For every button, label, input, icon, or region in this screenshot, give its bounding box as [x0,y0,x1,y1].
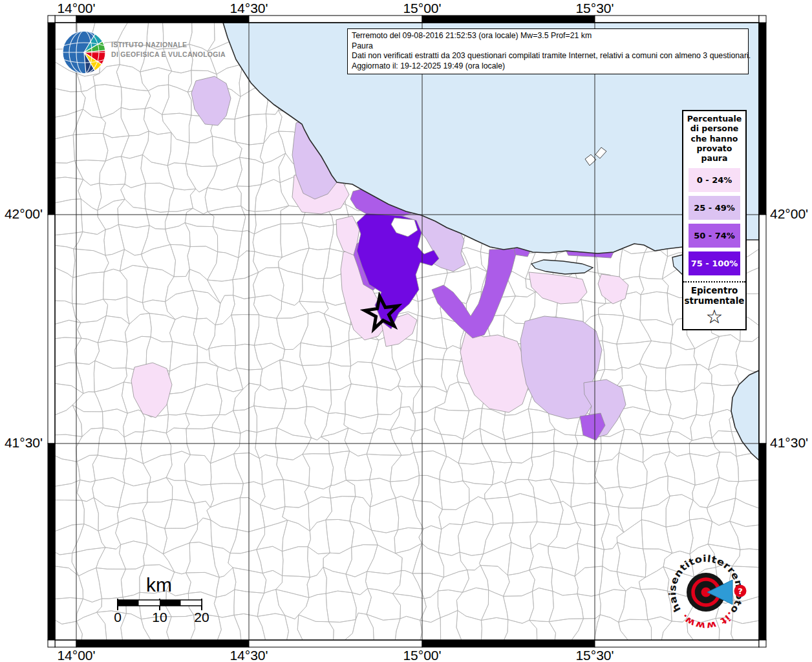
axis-top-15-30: 15°30' [556,1,634,16]
megaphone-target-icon [687,573,732,612]
info-line-type: Paura [352,41,745,52]
ingv-globe-logo [61,30,108,75]
legend-swatch-50-74: 50 - 74% [689,224,740,248]
ingv-globe-icon [63,31,105,74]
axis-bottom-14-30: 14°30' [210,648,288,662]
axis-left-42-00: 42°00' [0,206,43,222]
info-line-updated: Aggiornato il: 19-12-2025 19:49 (ora loc… [352,61,745,72]
axis-bottom-15-30: 15°30' [556,648,634,662]
axis-top-14-30: 14°30' [210,1,288,16]
svg-text:?: ? [738,586,743,596]
epicenter-star-icon: ☆ [683,306,745,329]
scale-tick-10: 10 [140,610,179,625]
axis-bottom-14-00: 14°00' [37,648,115,662]
legend-epicenter-label: Epicentro strumentale [683,283,745,306]
scale-tick-0: 0 [98,610,137,625]
legend-swatch-25-49: 25 - 49% [689,196,740,220]
map-page: { "info_box": { "line1": "Terremoto del … [0,0,812,662]
ingv-logo-text: ISTITUTO NAZIONALE DI GEOFISICA E VULCAN… [111,40,226,59]
scale-bar-unit: km [129,574,189,596]
axis-top-14-00: 14°00' [37,1,115,16]
info-line-source: Dati non verificati estratti da 203 ques… [352,51,745,61]
earthquake-info-box: Terremoto del 09-08-2016 21:52:53 (ora l… [347,28,749,74]
axis-right-42-00: 42°00' [770,206,812,222]
question-mark-badge: ? [734,585,747,597]
scale-tick-20: 20 [182,610,221,625]
axis-top-15-00: 15°00' [383,1,461,16]
site-logo: haisentitoilterremoto.it www. ? [659,546,756,640]
legend-swatch-0-24: 0 - 24% [689,168,740,192]
info-line-event: Terremoto del 09-08-2016 21:52:53 (ora l… [352,31,745,41]
legend-panel: Percentuale di persone che hanno provato… [682,110,747,330]
legend-swatch-75-100: 75 - 100% [689,251,740,275]
axis-right-41-30: 41°30' [770,435,812,451]
axis-bottom-15-00: 15°00' [383,648,461,662]
axis-left-41-30: 41°30' [0,435,43,451]
legend-title: Percentuale di persone che hanno provato… [683,111,745,164]
